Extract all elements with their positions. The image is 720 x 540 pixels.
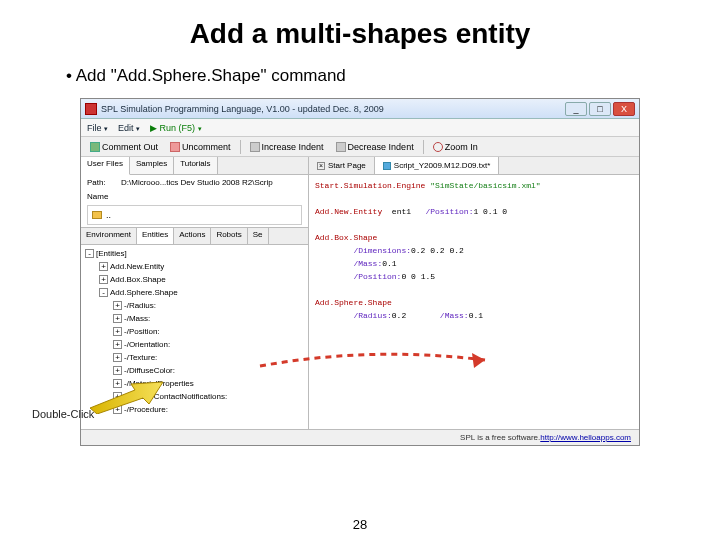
separator-icon (240, 140, 241, 154)
increase-indent-button[interactable]: Increase Indent (247, 141, 327, 153)
menu-run[interactable]: ▶ Run (F5) ▾ (150, 123, 202, 133)
app-icon (85, 103, 97, 115)
tab-tutorials[interactable]: Tutorials (174, 157, 217, 174)
subtab-entities[interactable]: Entities (137, 228, 174, 244)
close-tab-icon[interactable]: × (317, 162, 325, 170)
menu-edit[interactable]: Edit ▾ (118, 123, 140, 133)
toolbar: Comment Out Uncomment Increase Indent De… (81, 137, 639, 157)
comment-out-button[interactable]: Comment Out (87, 141, 161, 153)
tab-start-page[interactable]: ×Start Page (309, 157, 375, 174)
subtab-robots[interactable]: Robots (211, 228, 247, 244)
code-editor[interactable]: Start.Simulation.Engine "SimState/basics… (309, 175, 639, 429)
tree-item[interactable]: +-/Texture: (85, 351, 304, 364)
folder-up[interactable]: .. (106, 210, 111, 220)
separator-icon (423, 140, 424, 154)
tree-item[interactable]: +-/Mass: (85, 312, 304, 325)
app-window: SPL Simulation Programming Language, V1.… (80, 98, 640, 446)
tree-item[interactable]: +-/Position: (85, 325, 304, 338)
menu-file[interactable]: File ▾ (87, 123, 108, 133)
file-icon (383, 162, 391, 170)
double-click-label: Double-Click (32, 408, 94, 420)
decrease-indent-button[interactable]: Decrease Indent (333, 141, 417, 153)
uncomment-button[interactable]: Uncomment (167, 141, 234, 153)
statusbar: SPL is a free software. http://www.hello… (81, 429, 639, 445)
maximize-button[interactable]: □ (589, 102, 611, 116)
close-button[interactable]: X (613, 102, 635, 116)
path-value: D:\Microoo...tics Dev Studio 2008 R2\Scr… (121, 178, 273, 187)
zoom-in-button[interactable]: Zoom In (430, 141, 481, 153)
tree-root[interactable]: -[Entities] (85, 247, 304, 260)
path-label: Path: (87, 178, 117, 187)
status-link[interactable]: http://www.helloapps.com (540, 433, 631, 442)
tree-item[interactable]: +-/DiffuseColor: (85, 364, 304, 377)
tab-samples[interactable]: Samples (130, 157, 174, 174)
subtab-environment[interactable]: Environment (81, 228, 137, 244)
name-label: Name (81, 190, 308, 203)
left-panel: User Files Samples Tutorials Path: D:\Mi… (81, 157, 309, 429)
window-title: SPL Simulation Programming Language, V1.… (101, 104, 565, 114)
tree-item[interactable]: +-/EnableContactNotifications: (85, 390, 304, 403)
right-panel: ×Start Page Script_Y2009.M12.D09.txt* St… (309, 157, 639, 429)
slide-title: Add a multi-shapes entity (40, 18, 680, 50)
titlebar: SPL Simulation Programming Language, V1.… (81, 99, 639, 119)
entity-tree: -[Entities] +Add.New.Entity +Add.Box.Sha… (81, 245, 308, 429)
subtab-sel[interactable]: Se (248, 228, 269, 244)
tree-item[interactable]: +-/Orientation: (85, 338, 304, 351)
page-number: 28 (0, 517, 720, 532)
tree-item[interactable]: +-/Radius: (85, 299, 304, 312)
minimize-button[interactable]: _ (565, 102, 587, 116)
folder-icon (92, 211, 102, 219)
tree-item-add-sphere-shape[interactable]: Add.Sphere.Shape (110, 288, 178, 297)
status-text: SPL is a free software. (460, 433, 540, 442)
tree-item[interactable]: +Add.Box.Shape (85, 273, 304, 286)
file-list[interactable]: .. (87, 205, 302, 225)
slide-bullet: Add "Add.Sphere.Shape" command (66, 66, 680, 86)
menubar: File ▾ Edit ▾ ▶ Run (F5) ▾ (81, 119, 639, 137)
tree-item[interactable]: +-/MaterialProperties (85, 377, 304, 390)
tab-user-files[interactable]: User Files (81, 157, 130, 175)
tab-script[interactable]: Script_Y2009.M12.D09.txt* (375, 157, 500, 174)
tree-item[interactable]: +Add.New.Entity (85, 260, 304, 273)
subtab-actions[interactable]: Actions (174, 228, 211, 244)
tree-item[interactable]: +-/Procedure: (85, 403, 304, 416)
